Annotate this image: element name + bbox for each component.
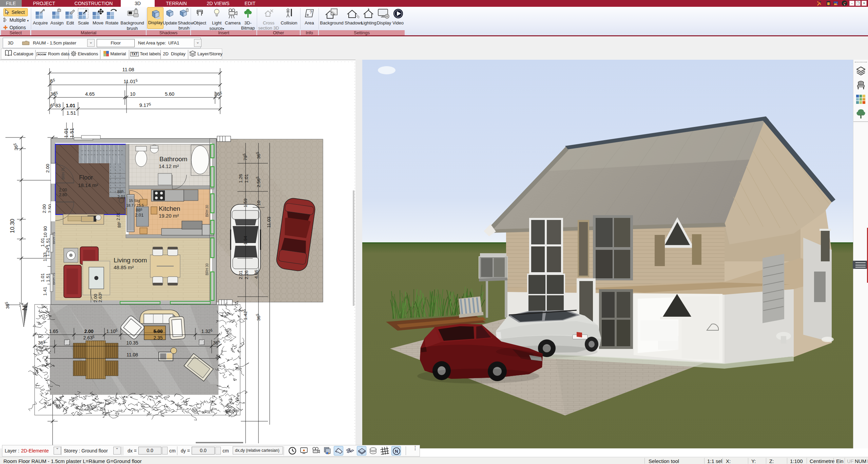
svg-text:Floor: Floor xyxy=(79,174,93,181)
svg-text:1.01: 1.01 xyxy=(66,103,75,108)
svg-text:BRH 30: BRH 30 xyxy=(205,263,209,275)
svg-text:2.80: 2.80 xyxy=(59,192,67,197)
svg-text:2.01: 2.01 xyxy=(135,212,143,218)
svg-text:1.51: 1.51 xyxy=(69,128,75,138)
svg-text:2.01: 2.01 xyxy=(238,271,243,279)
svg-text:1.51: 1.51 xyxy=(45,238,51,247)
svg-text:1.94: 1.94 xyxy=(243,236,248,245)
svg-text:5.00: 5.00 xyxy=(153,329,162,334)
svg-text:1.01: 1.01 xyxy=(63,128,69,138)
svg-text:4.06: 4.06 xyxy=(254,270,259,279)
svg-text:10 90: 10 90 xyxy=(43,226,48,238)
svg-text:83: 83 xyxy=(55,103,61,108)
svg-text:1.51: 1.51 xyxy=(66,110,76,116)
svg-text:2.00: 2.00 xyxy=(93,294,98,302)
svg-text:2.00: 2.00 xyxy=(42,204,47,213)
svg-text:10.35: 10.35 xyxy=(126,340,138,346)
svg-text:1.59: 1.59 xyxy=(243,199,248,207)
svg-text:BRH 30: BRH 30 xyxy=(205,205,209,217)
svg-text:10: 10 xyxy=(256,201,261,206)
svg-text:N: N xyxy=(21,306,28,311)
svg-text:1.01: 1.01 xyxy=(40,238,45,247)
svg-text:1.51: 1.51 xyxy=(45,273,51,282)
svg-text:2.26: 2.26 xyxy=(244,271,249,279)
svg-text:1.33: 1.33 xyxy=(42,253,47,261)
svg-text:11.03: 11.03 xyxy=(266,217,271,228)
svg-text:Living room: Living room xyxy=(114,257,147,264)
svg-text:2.01: 2.01 xyxy=(117,194,126,199)
svg-text:Kitchen: Kitchen xyxy=(159,205,180,212)
svg-text:2.00: 2.00 xyxy=(45,164,50,173)
svg-text:1.65: 1.65 xyxy=(49,329,58,334)
svg-text:19.20 m²: 19.20 m² xyxy=(159,213,179,219)
svg-text:2.00: 2.00 xyxy=(84,329,93,334)
svg-text:2.00: 2.00 xyxy=(59,188,67,192)
svg-text:18.7 / 25.5: 18.7 / 25.5 xyxy=(126,203,144,207)
svg-text:1.41: 1.41 xyxy=(42,287,47,296)
svg-text:1.26: 1.26 xyxy=(238,174,243,183)
svg-text:BRH 75: BRH 75 xyxy=(61,168,65,180)
svg-text:Bathroom: Bathroom xyxy=(159,155,187,163)
svg-text:2.35: 2.35 xyxy=(153,335,162,340)
svg-text:15 Stg: 15 Stg xyxy=(129,199,140,203)
svg-text:11.08: 11.08 xyxy=(127,352,138,357)
svg-text:4.65: 4.65 xyxy=(85,91,95,97)
svg-text:10.30: 10.30 xyxy=(9,219,16,233)
svg-text:?: ? xyxy=(310,10,312,15)
svg-text:11.015: 11.015 xyxy=(123,78,137,84)
svg-text:18.14 m²: 18.14 m² xyxy=(78,182,98,188)
svg-text:10: 10 xyxy=(130,91,135,97)
svg-text:48.85 m²: 48.85 m² xyxy=(114,264,134,270)
svg-text:14.12 m²: 14.12 m² xyxy=(159,163,179,169)
svg-text:5.60: 5.60 xyxy=(165,91,174,97)
svg-text:1.01: 1.01 xyxy=(244,174,249,183)
svg-text:11.08: 11.08 xyxy=(122,67,134,72)
svg-text:1.01: 1.01 xyxy=(40,273,45,282)
svg-text:N: N xyxy=(395,449,398,454)
